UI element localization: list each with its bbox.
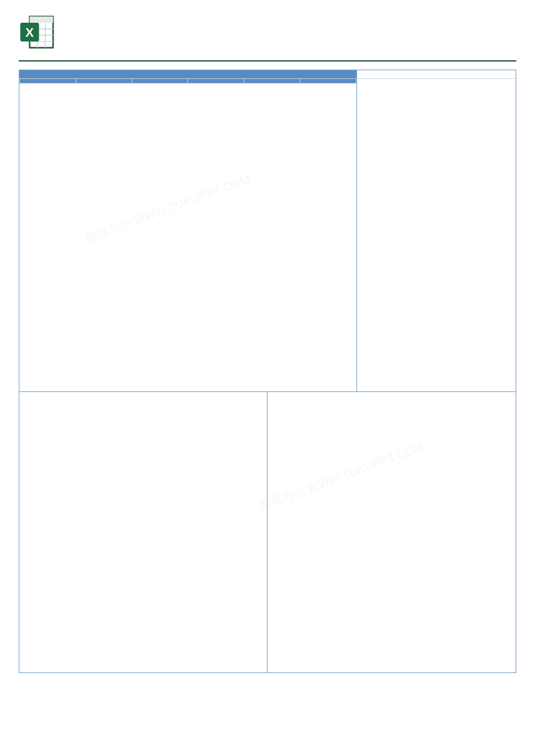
table-body xyxy=(20,84,356,392)
line-panel xyxy=(268,392,516,672)
line-chart xyxy=(286,405,510,660)
excel-icon: X xyxy=(19,13,56,51)
q2 xyxy=(132,79,188,84)
data-table-panel xyxy=(19,70,357,391)
donut-legend xyxy=(357,79,516,90)
bar-chart xyxy=(38,405,261,660)
data-table-title xyxy=(19,70,356,78)
sheet xyxy=(19,70,516,673)
line-title xyxy=(268,392,516,403)
bar-panel xyxy=(19,392,268,672)
donut-chart xyxy=(369,174,503,308)
svg-text:X: X xyxy=(25,25,34,39)
q4 xyxy=(244,79,300,84)
q1 xyxy=(76,79,132,84)
divider xyxy=(19,60,516,62)
header-text xyxy=(64,30,516,34)
sales-table xyxy=(19,78,356,391)
page: X xyxy=(0,0,535,756)
donut-panel xyxy=(357,70,516,391)
svg-rect-1 xyxy=(29,17,53,23)
quarter-header-row xyxy=(20,79,356,84)
col-product xyxy=(20,79,76,84)
bar-title xyxy=(19,392,267,403)
header: X xyxy=(0,0,535,58)
col-total xyxy=(300,79,356,84)
q3 xyxy=(188,79,244,84)
donut-title xyxy=(357,70,516,79)
